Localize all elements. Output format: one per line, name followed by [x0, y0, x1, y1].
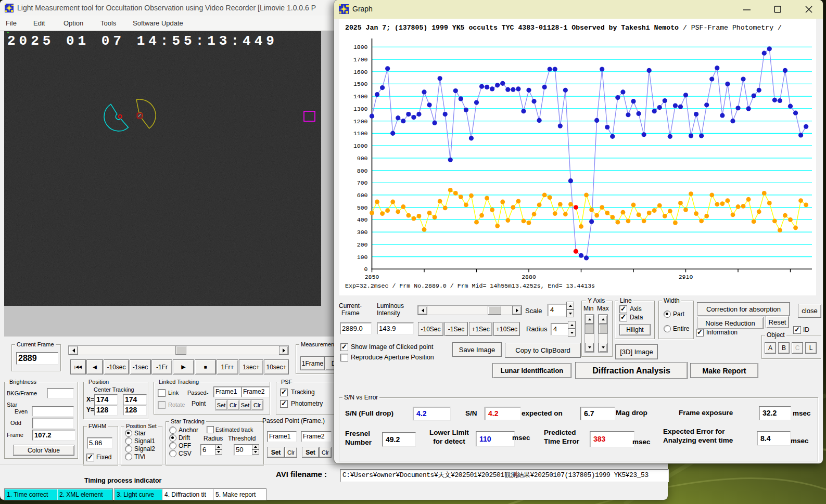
- reset-button[interactable]: Reset: [766, 316, 789, 328]
- frame-exposure-value[interactable]: 32.2: [759, 406, 791, 420]
- light-curve-chart[interactable]: 0100200300400500600700800900100011001200…: [339, 19, 816, 295]
- lt-frame2-field[interactable]: Frame2: [241, 386, 270, 397]
- timing-step-xml-element[interactable]: 2. XML element: [57, 488, 113, 500]
- expected-error-value[interactable]: 8.4: [757, 431, 791, 446]
- scroll-down-button[interactable]: [599, 343, 607, 352]
- close-button[interactable]: [803, 3, 816, 16]
- spin-up-button[interactable]: [252, 444, 259, 449]
- psf-tracking-checkbox[interactable]: [280, 389, 288, 396]
- plus-1sec-button[interactable]: 1sec+: [239, 359, 263, 374]
- copy-clipboard-button[interactable]: Copy to ClipBoard: [505, 343, 581, 358]
- spin-down-button[interactable]: [566, 309, 574, 317]
- minus-10sec-graph-button[interactable]: -10Sec: [418, 322, 443, 336]
- menu-software-update[interactable]: Software Update: [133, 16, 183, 30]
- fixed-checkbox[interactable]: [86, 454, 94, 461]
- x-center-field[interactable]: 174: [94, 394, 118, 405]
- menu-option[interactable]: Option: [63, 16, 83, 30]
- id-checkbox[interactable]: [793, 326, 801, 334]
- reproduce-checkbox[interactable]: [340, 354, 348, 361]
- estimated-track-checkbox[interactable]: [207, 426, 214, 433]
- radio-anchor[interactable]: [169, 427, 176, 434]
- one-frame-button[interactable]: 1Frame: [300, 356, 325, 370]
- object-b-button[interactable]: B: [778, 342, 790, 354]
- video-frame[interactable]: [4, 31, 321, 306]
- sn-value[interactable]: 4.2: [485, 407, 521, 420]
- plus-1frame-button[interactable]: 1Fr+: [217, 359, 238, 374]
- menu-file[interactable]: File: [6, 16, 17, 30]
- scroll-left-button[interactable]: [418, 306, 427, 315]
- gw-luminous-value[interactable]: 143.9: [377, 322, 414, 334]
- video-scrollbar[interactable]: [68, 345, 289, 355]
- y-tracking-field[interactable]: 128: [123, 405, 147, 416]
- plus-1sec-graph-button[interactable]: +1Sec: [469, 322, 492, 336]
- scale-value[interactable]: 4: [548, 304, 568, 316]
- timing-step-time-correct[interactable]: 1. Time correct: [4, 488, 58, 500]
- radio-star[interactable]: [125, 430, 132, 437]
- avi-filename-field[interactable]: C:¥Users¥owner¥Documents¥天文¥202501¥20250…: [340, 469, 669, 482]
- information-checkbox[interactable]: [696, 329, 704, 337]
- scroll-up-button[interactable]: [599, 315, 607, 324]
- expected-on-value[interactable]: 6.7: [580, 407, 615, 420]
- pp-set1-button[interactable]: Set: [267, 447, 285, 458]
- radio-off[interactable]: [169, 442, 176, 449]
- scrollbar-thumb[interactable]: [585, 324, 594, 334]
- threshold-field[interactable]: 50: [234, 444, 253, 456]
- menu-tools[interactable]: Tools: [100, 16, 116, 30]
- radius-spinner[interactable]: [215, 444, 222, 455]
- scroll-down-button[interactable]: [585, 343, 594, 352]
- x-tracking-field[interactable]: 174: [123, 394, 147, 405]
- scroll-up-button[interactable]: [585, 315, 594, 324]
- object-a-button[interactable]: A: [765, 342, 776, 354]
- pp-frame1-field[interactable]: Frame1: [267, 431, 297, 442]
- graph-scrollbar-thumb[interactable]: [488, 306, 501, 315]
- fresnel-value[interactable]: 49.2: [382, 432, 416, 447]
- light-curve-plot[interactable]: 0100200300400500600700800900100011001200…: [339, 19, 816, 295]
- lt-clr2-button[interactable]: Clr: [251, 399, 263, 410]
- correction-absorption-button[interactable]: Correction for absorption: [697, 302, 790, 316]
- scale-spinner[interactable]: [566, 302, 574, 317]
- rotate-checkbox[interactable]: [158, 401, 166, 409]
- pp-frame2-field[interactable]: Frame2: [301, 431, 332, 442]
- lt-clr1-button[interactable]: Clr: [227, 399, 239, 410]
- odd-field[interactable]: [32, 418, 74, 429]
- radius-graph-spinner[interactable]: [568, 321, 576, 337]
- scrollbar-thumb[interactable]: [599, 324, 607, 334]
- minus-1frame-button[interactable]: -1Fr: [151, 359, 172, 374]
- lunar-identification-button[interactable]: Lunar Identification: [492, 363, 571, 378]
- minus-1sec-button[interactable]: -1sec: [130, 359, 151, 374]
- lt-set2-button[interactable]: Set: [239, 399, 251, 410]
- radio-tivi[interactable]: [125, 453, 132, 460]
- hilight-button[interactable]: Hilight: [619, 324, 651, 335]
- timing-step-light-curve[interactable]: 3. Light curve: [114, 488, 163, 500]
- spin-up-button[interactable]: [568, 321, 576, 329]
- menu-edit[interactable]: Edit: [33, 16, 45, 30]
- spin-down-button[interactable]: [215, 449, 222, 455]
- save-image-button[interactable]: Save Image: [452, 342, 502, 357]
- minus-1sec-graph-button[interactable]: -1Sec: [444, 322, 468, 336]
- object-c-button[interactable]: C: [792, 342, 803, 354]
- threed-image-button[interactable]: [3D] Image: [615, 344, 658, 359]
- line-axis-checkbox[interactable]: [619, 305, 627, 313]
- maximize-button[interactable]: [772, 3, 784, 16]
- predicted-value[interactable]: 383: [590, 431, 634, 447]
- frame-field[interactable]: 107.2: [32, 430, 75, 441]
- make-report-button[interactable]: Make Report: [690, 363, 758, 378]
- lt-frame1-field[interactable]: Frame1: [213, 386, 243, 397]
- width-part-radio[interactable]: [664, 311, 671, 318]
- timing-step-make-report[interactable]: 5. Make report: [213, 488, 266, 500]
- plus-10sec-button[interactable]: 10sec+: [264, 359, 289, 374]
- diffraction-analysis-button[interactable]: Diffraction Analysis: [575, 362, 688, 379]
- sn-full-value[interactable]: 4.2: [413, 407, 451, 421]
- plus-10sec-graph-button[interactable]: +10Sec: [493, 322, 520, 336]
- radio-csv[interactable]: [169, 450, 176, 457]
- y-center-field[interactable]: 128: [94, 405, 118, 416]
- radio-signal2[interactable]: [125, 445, 132, 453]
- even-field[interactable]: [32, 406, 74, 417]
- stop-button[interactable]: ■: [195, 359, 216, 374]
- timing-step-diffraction[interactable]: 4. Diffraction tit: [162, 488, 214, 500]
- object-l-button[interactable]: L: [805, 342, 817, 354]
- graph-titlebar[interactable]: Graph: [334, 0, 823, 19]
- graph-scrollbar[interactable]: [417, 305, 522, 315]
- spin-up-button[interactable]: [215, 444, 222, 449]
- color-value-button[interactable]: Color Value: [13, 445, 74, 456]
